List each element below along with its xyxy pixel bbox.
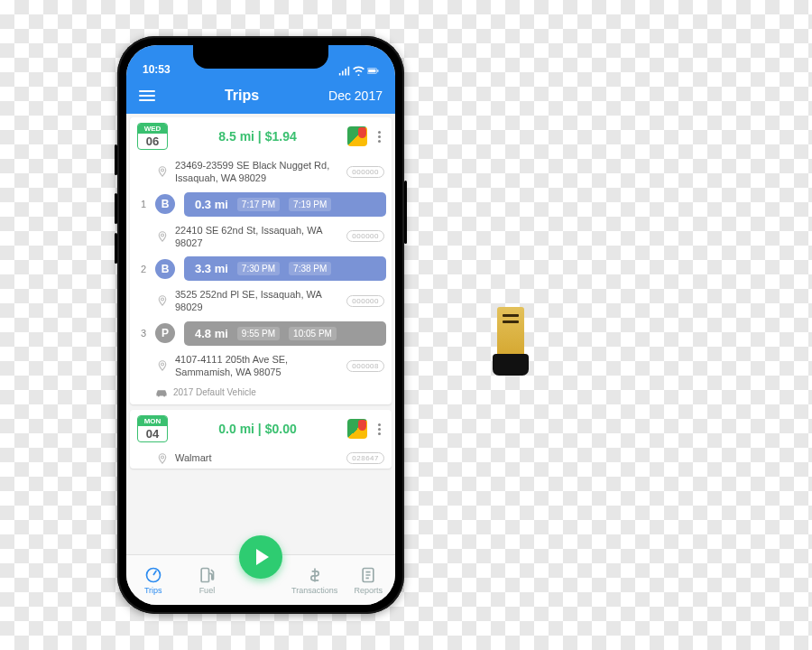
usb-plug [497,307,524,354]
svg-point-6 [161,363,164,366]
date-badge: WED 06 [137,123,168,150]
nav-label: Reports [354,586,383,595]
stop-row[interactable]: Walmart 028647 [130,448,392,468]
odometer-badge: 000000 [346,295,384,307]
pin-icon [157,453,168,464]
day-summary: 0.0 mi | $0.00 [175,422,340,436]
odometer-badge: 000000 [346,166,384,178]
phone-notch [193,45,328,69]
segment-type-badge: P [155,323,175,343]
vehicle-label: 2017 Default Vehicle [173,387,256,397]
pin-icon [157,231,168,242]
date-dom: 06 [138,134,167,149]
trip-segment[interactable]: 1 B 0.3 mi 7:17 PM 7:19 PM [130,189,392,220]
segment-bar: 0.3 mi 7:17 PM 7:19 PM [184,192,386,217]
nav-transactions[interactable]: Transactions [291,566,339,595]
segment-start: 7:17 PM [237,198,280,211]
app-header: Trips Dec 2017 [126,78,395,114]
segment-index: 1 [135,199,146,209]
day-card: WED 06 8.5 mi | $1.94 23469-23599 SE Bla… [130,117,392,404]
dollar-icon [306,566,324,584]
day-header[interactable]: MON 04 0.0 mi | $0.00 [130,410,392,448]
nav-label: Fuel [199,586,216,595]
pin-icon [157,360,168,371]
odometer-badge: 000000 [346,230,384,242]
stop-address: 23469-23599 SE Black Nugget Rd, Issaquah… [175,159,339,185]
segment-start: 9:55 PM [237,327,280,340]
nav-fuel[interactable]: Fuel [182,566,231,595]
segment-distance: 0.3 mi [195,198,228,211]
google-maps-icon[interactable] [347,126,367,146]
menu-button[interactable] [139,90,155,101]
vehicle-row[interactable]: 2017 Default Vehicle [130,382,392,404]
segment-index: 2 [135,264,146,274]
pin-icon [157,166,168,177]
day-summary: 8.5 mi | $1.94 [175,129,340,144]
segment-end: 7:38 PM [289,262,331,275]
segment-bar: 3.3 mi 7:30 PM 7:38 PM [184,256,386,281]
segment-bar: 4.8 mi 9:55 PM 10:05 PM [184,321,386,346]
google-maps-icon[interactable] [347,419,367,439]
segment-distance: 3.3 mi [195,262,228,275]
report-icon [359,566,377,584]
segment-start: 7:30 PM [237,262,280,275]
stop-row[interactable]: 22410 SE 62nd St, Issaquah, WA 98027 000… [130,220,392,254]
stop-row[interactable]: 23469-23599 SE Black Nugget Rd, Issaquah… [130,155,392,189]
phone-frame: 10:53 Trips Dec 2017 WED 06 [117,36,404,614]
trips-list[interactable]: WED 06 8.5 mi | $1.94 23469-23599 SE Bla… [126,114,395,554]
svg-point-4 [161,234,164,237]
date-dom: 04 [138,426,167,441]
nav-trips[interactable]: Trips [129,566,178,595]
segment-end: 7:19 PM [289,198,331,211]
svg-point-7 [161,456,164,459]
day-menu-button[interactable] [374,423,384,435]
pin-icon [157,295,168,306]
svg-rect-2 [377,70,378,71]
stop-address: 3525 252nd Pl SE, Issaquah, WA 98029 [175,288,339,314]
nav-reports[interactable]: Reports [344,566,392,595]
usb-body [493,354,529,376]
month-selector[interactable]: Dec 2017 [328,88,383,103]
odometer-badge: 000008 [346,360,384,372]
trip-segment[interactable]: 3 P 4.8 mi 9:55 PM 10:05 PM [130,318,392,349]
stop-address: 22410 SE 62nd St, Issaquah, WA 98027 [175,224,339,250]
day-header[interactable]: WED 06 8.5 mi | $1.94 [130,117,392,155]
gauge-icon [144,566,162,584]
date-dow: WED [138,124,167,134]
date-badge: MON 04 [137,415,168,442]
car-icon [155,388,168,397]
svg-point-5 [161,298,164,301]
stop-row[interactable]: 4107-4111 205th Ave SE, Sammamish, WA 98… [130,349,392,383]
page-title: Trips [225,88,259,104]
day-menu-button[interactable] [374,131,384,143]
stop-address: 4107-4111 205th Ave SE, Sammamish, WA 98… [175,353,339,379]
odometer-badge: 028647 [346,452,384,464]
svg-rect-1 [368,70,375,73]
status-indicators [338,66,379,76]
phone-screen: 10:53 Trips Dec 2017 WED 06 [126,45,395,605]
battery-icon [367,66,379,76]
segment-type-badge: B [155,259,175,279]
stop-address: Walmart [175,451,339,464]
nav-label: Transactions [291,586,337,595]
status-time: 10:53 [143,63,171,76]
segment-index: 3 [135,328,146,339]
nav-label: Trips [144,586,162,595]
segment-end: 10:05 PM [289,327,337,340]
day-card: MON 04 0.0 mi | $0.00 Walmart 028647 [130,410,392,468]
stop-row[interactable]: 3525 252nd Pl SE, Issaquah, WA 98029 000… [130,284,392,318]
trip-segment[interactable]: 2 B 3.3 mi 7:30 PM 7:38 PM [130,253,392,284]
segment-distance: 4.8 mi [195,327,228,340]
record-trip-button[interactable] [239,535,282,579]
signal-icon [338,66,350,76]
svg-point-3 [161,169,164,172]
fuel-icon [198,566,216,584]
date-dow: MON [138,416,167,426]
segment-type-badge: B [155,194,175,214]
usb-dongle [492,307,530,376]
bottom-nav: Trips Fuel Transactions Reports [126,554,395,605]
wifi-icon [353,66,364,76]
